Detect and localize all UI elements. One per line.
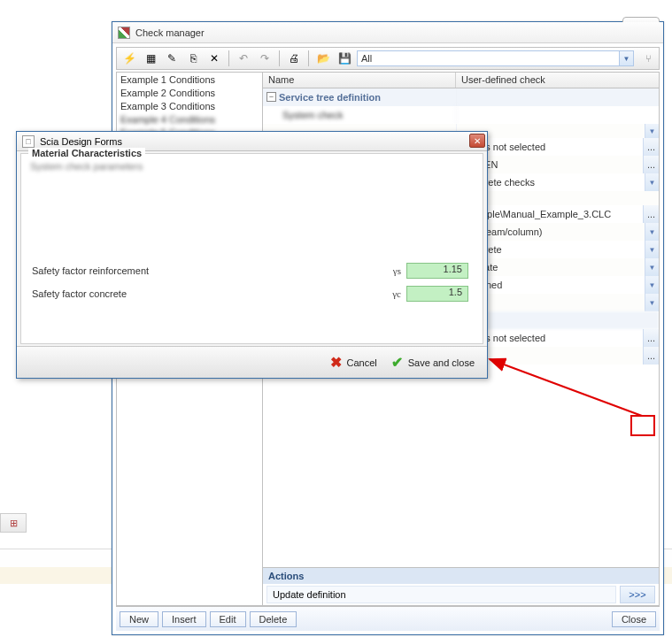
- toolbar-icon-3[interactable]: ⎘: [184, 50, 202, 67]
- redo-icon[interactable]: ↷: [256, 50, 274, 67]
- grid-header: Name User-defined check: [263, 73, 659, 88]
- list-item[interactable]: Example 1 Conditions: [117, 73, 262, 86]
- dialog-body: Material Characteristics System check pa…: [20, 153, 483, 344]
- field-label: Safety factor reinforcement: [32, 265, 380, 276]
- chevron-down-icon[interactable]: ▼: [645, 223, 659, 241]
- background-mini-toolbar: ⊞: [0, 513, 27, 533]
- grid-icon: ⊞: [10, 518, 18, 529]
- dialog-title: Scia Design Forms: [40, 136, 122, 147]
- field-label: Safety factor concrete: [32, 288, 380, 299]
- column-header-value[interactable]: User-defined check: [456, 73, 659, 88]
- gamma-c-input[interactable]: 1.5: [406, 286, 468, 302]
- toolbar-icon-2[interactable]: ✎: [163, 50, 181, 67]
- check-icon: ✔: [391, 354, 403, 371]
- window-title: Check manager: [135, 27, 205, 38]
- group-label: Material Characteristics: [28, 148, 145, 158]
- save-icon[interactable]: 💾: [336, 50, 353, 67]
- funnel-icon[interactable]: ⑂: [641, 50, 655, 66]
- chevron-down-icon[interactable]: ▼: [645, 294, 659, 311]
- action-run-button[interactable]: >>>: [620, 586, 655, 603]
- list-item[interactable]: Example 4 Conditions: [117, 112, 262, 126]
- chevron-down-icon[interactable]: ▼: [645, 173, 659, 191]
- collapse-icon[interactable]: −: [266, 92, 276, 102]
- dialog-footer: ✖ Cancel ✔ Save and close: [17, 346, 487, 378]
- toolbar-separator: [279, 50, 280, 66]
- gamma-c-symbol: γc: [380, 288, 406, 299]
- row-safety-factor-concrete: Safety factor concrete γc 1.5: [32, 285, 468, 303]
- dialog-icon: □: [22, 135, 35, 148]
- window-footer: New Insert Edit Delete Close: [116, 606, 660, 631]
- list-item[interactable]: Example 2 Conditions: [117, 86, 262, 99]
- ellipsis-button[interactable]: ...: [643, 138, 659, 156]
- chevron-down-icon[interactable]: ▼: [645, 124, 659, 138]
- delete-button[interactable]: Delete: [250, 611, 297, 627]
- scia-design-forms-dialog: □ Scia Design Forms ✕ Material Character…: [16, 131, 488, 379]
- list-item[interactable]: Example 3 Conditions: [117, 99, 262, 112]
- toolbar-icon-4[interactable]: ✕: [205, 50, 223, 67]
- section-service-tree[interactable]: − Service tree definition: [263, 88, 659, 106]
- column-header-name[interactable]: Name: [263, 73, 456, 88]
- edit-button[interactable]: Edit: [210, 611, 246, 627]
- ellipsis-button[interactable]: ...: [643, 156, 659, 173]
- toolbar-separator: [228, 50, 229, 66]
- toolbar-separator: [308, 50, 309, 66]
- dialog-close-button[interactable]: ✕: [469, 134, 485, 148]
- ellipsis-button-highlighted[interactable]: ...: [643, 347, 659, 365]
- ellipsis-button[interactable]: ...: [643, 329, 659, 347]
- open-icon[interactable]: 📂: [314, 50, 332, 67]
- gamma-s-symbol: γs: [380, 265, 406, 276]
- toolbar: ⚡ ▦ ✎ ⎘ ✕ ↶ ↷ 🖨 📂 💾 All ▼ ⑂: [116, 47, 660, 70]
- insert-button[interactable]: Insert: [162, 611, 206, 627]
- actions-panel: Actions Update definition >>>: [263, 567, 659, 605]
- toolbar-icon-0[interactable]: ⚡: [120, 50, 138, 67]
- toolbar-icon-1[interactable]: ▦: [142, 50, 159, 67]
- save-and-close-button[interactable]: ✔ Save and close: [391, 354, 475, 371]
- print-icon[interactable]: 🖨: [285, 50, 303, 67]
- ellipsis-button[interactable]: ...: [643, 205, 659, 223]
- cancel-icon: ✖: [330, 354, 342, 371]
- chevron-down-icon[interactable]: ▼: [645, 241, 659, 258]
- save-label: Save and close: [408, 357, 475, 368]
- cancel-label: Cancel: [347, 357, 377, 368]
- actions-header: Actions: [263, 568, 659, 584]
- cancel-button[interactable]: ✖ Cancel: [330, 354, 377, 371]
- gamma-s-input[interactable]: 1.15: [406, 263, 468, 279]
- new-button[interactable]: New: [120, 611, 158, 627]
- chevron-down-icon[interactable]: ▼: [645, 258, 659, 276]
- chevron-down-icon[interactable]: ▼: [645, 276, 659, 294]
- close-button[interactable]: Close: [612, 611, 656, 627]
- undo-icon[interactable]: ↶: [235, 50, 252, 67]
- window-titlebar[interactable]: Check manager: [112, 22, 663, 43]
- filter-combo-value: All: [361, 53, 372, 64]
- chevron-down-icon[interactable]: ▼: [619, 51, 633, 65]
- blurred-text: System check parameters: [30, 161, 474, 173]
- grid-row[interactable]: System check: [263, 106, 659, 124]
- action-update-definition[interactable]: Update definition: [266, 586, 616, 603]
- app-icon: [118, 27, 130, 39]
- row-safety-factor-reinforcement: Safety factor reinforcement γs 1.15: [32, 262, 468, 280]
- filter-combo[interactable]: All ▼: [357, 50, 634, 66]
